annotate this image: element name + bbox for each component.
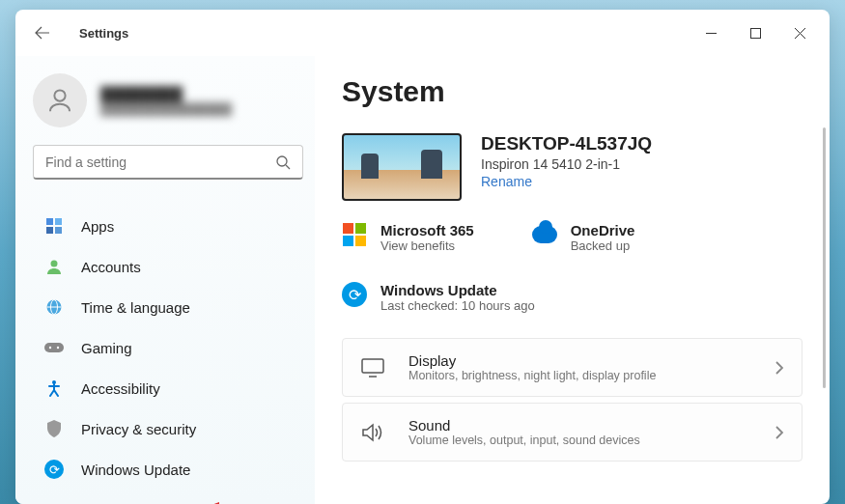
accounts-icon (44, 257, 64, 276)
status-windows-update[interactable]: ⟳ Windows Update Last checked: 10 hours … (342, 282, 803, 313)
svg-point-7 (51, 261, 58, 267)
chevron-right-icon (775, 426, 784, 439)
window-controls (689, 17, 822, 48)
device-name: DESKTOP-4L537JQ (481, 133, 652, 154)
device-thumbnail[interactable] (342, 133, 462, 201)
svg-point-12 (57, 347, 59, 349)
minimize-button[interactable] (689, 17, 733, 48)
scrollbar[interactable] (823, 127, 826, 388)
sidebar: ████████ ████████████████ Apps Accounts (15, 56, 315, 504)
svg-rect-0 (750, 28, 760, 38)
card-sub: Volume levels, output, input, sound devi… (408, 434, 751, 447)
svg-point-2 (277, 156, 287, 166)
nav-label: Time & language (81, 299, 190, 316)
display-icon (360, 355, 385, 380)
onedrive-icon (532, 222, 557, 247)
minimize-icon (706, 28, 717, 39)
status-onedrive[interactable]: OneDrive Backed up (532, 222, 635, 253)
nav-label: Accessibility (81, 380, 160, 397)
nav-accounts[interactable]: Accounts (33, 247, 303, 286)
svg-point-1 (54, 90, 65, 100)
device-section: DESKTOP-4L537JQ Inspiron 14 5410 2-in-1 … (342, 133, 803, 201)
svg-rect-4 (55, 218, 62, 225)
nav-windows-update[interactable]: ⟳ Windows Update (33, 450, 303, 489)
nav-apps[interactable]: Apps (33, 207, 303, 245)
card-sub: Monitors, brightness, night light, displ… (408, 369, 751, 382)
nav-label: Privacy & security (81, 421, 196, 437)
ms365-icon (342, 222, 367, 247)
nav-privacy-security[interactable]: Privacy & security (33, 409, 303, 448)
svg-rect-5 (46, 227, 53, 234)
settings-window: Settings ████████ ████████████████ (15, 10, 830, 504)
settings-cards: Display Monitors, brightness, night ligh… (342, 338, 803, 462)
accessibility-icon (44, 378, 64, 398)
status-title: Microsoft 365 (380, 222, 474, 238)
device-info: DESKTOP-4L537JQ Inspiron 14 5410 2-in-1 … (481, 133, 652, 190)
svg-rect-3 (46, 218, 53, 225)
search-box[interactable] (33, 145, 303, 180)
nav-gaming[interactable]: Gaming (33, 328, 303, 367)
device-model: Inspiron 14 5410 2-in-1 (481, 156, 652, 172)
titlebar: Settings (15, 10, 830, 56)
shield-icon (44, 419, 64, 438)
nav-time-language[interactable]: Time & language (33, 288, 303, 326)
person-icon (45, 86, 74, 115)
svg-rect-6 (55, 227, 62, 234)
status-sub: Last checked: 10 hours ago (380, 298, 535, 313)
search-icon (275, 154, 291, 170)
sound-icon (360, 420, 385, 445)
card-display[interactable]: Display Monitors, brightness, night ligh… (342, 338, 803, 397)
back-arrow-icon (35, 25, 50, 41)
close-button[interactable] (777, 17, 822, 48)
page-title: System (342, 75, 803, 108)
status-sub: Backed up (571, 238, 635, 253)
nav-label: Accounts (81, 259, 141, 275)
nav-label: Gaming (81, 340, 132, 356)
search-input[interactable] (45, 154, 275, 170)
chevron-right-icon (775, 361, 784, 375)
nav-label: Apps (81, 218, 114, 235)
svg-point-11 (49, 347, 51, 349)
nav-list: Apps Accounts Time & language Gaming Acc… (33, 207, 303, 489)
card-title: Display (408, 352, 751, 369)
gaming-icon (44, 338, 64, 357)
content-area: System DESKTOP-4L537JQ Inspiron 14 5410 … (315, 56, 830, 504)
status-grid: Microsoft 365 View benefits OneDrive Bac… (342, 222, 803, 313)
card-title: Sound (408, 417, 751, 434)
update-icon: ⟳ (44, 460, 64, 479)
globe-icon (44, 297, 64, 317)
svg-rect-10 (44, 343, 64, 352)
maximize-icon (750, 28, 761, 39)
annotation-arrow (204, 498, 305, 504)
back-button[interactable] (23, 14, 62, 52)
winupdate-icon: ⟳ (342, 282, 367, 307)
avatar (33, 73, 87, 127)
user-text: ████████ ████████████████ (100, 86, 232, 116)
window-title: Settings (79, 26, 128, 41)
apps-icon (44, 216, 64, 236)
nav-label: Windows Update (81, 462, 190, 478)
nav-accessibility[interactable]: Accessibility (33, 369, 303, 407)
card-sound[interactable]: Sound Volume levels, output, input, soun… (342, 403, 803, 462)
rename-link[interactable]: Rename (481, 174, 532, 189)
maximize-button[interactable] (733, 17, 777, 48)
status-title: OneDrive (571, 222, 635, 238)
user-account-row[interactable]: ████████ ████████████████ (33, 68, 303, 145)
status-title: Windows Update (380, 282, 535, 298)
close-icon (795, 28, 805, 39)
svg-rect-16 (362, 359, 383, 373)
status-microsoft365[interactable]: Microsoft 365 View benefits (342, 222, 474, 253)
status-sub: View benefits (380, 238, 474, 253)
